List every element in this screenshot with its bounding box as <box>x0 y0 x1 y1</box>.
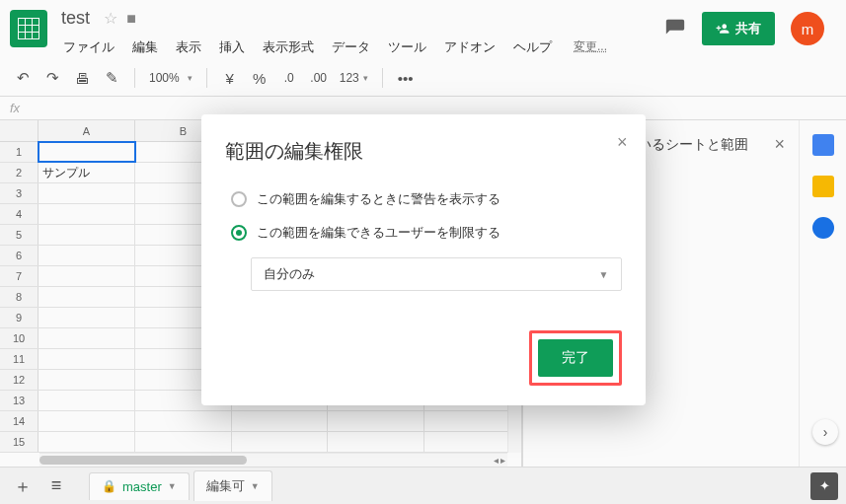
radio-checked-icon <box>231 225 247 241</box>
dialog-close-icon[interactable]: × <box>617 132 628 153</box>
option-label: この範囲を編集できるユーザーを制限する <box>257 224 500 242</box>
restrict-user-select[interactable]: 自分のみ ▼ <box>251 257 622 291</box>
done-button[interactable]: 完了 <box>538 339 613 377</box>
dialog-title: 範囲の編集権限 <box>225 138 622 165</box>
select-value: 自分のみ <box>264 265 315 283</box>
option-restrict-users[interactable]: この範囲を編集できるユーザーを制限する <box>225 216 622 250</box>
radio-icon <box>231 191 247 207</box>
option-label: この範囲を編集するときに警告を表示する <box>257 190 500 208</box>
range-permissions-dialog: 範囲の編集権限 × この範囲を編集するときに警告を表示する この範囲を編集できる… <box>201 114 646 405</box>
modal-backdrop: 範囲の編集権限 × この範囲を編集するときに警告を表示する この範囲を編集できる… <box>0 0 846 504</box>
chevron-down-icon: ▼ <box>599 269 609 280</box>
option-show-warning[interactable]: この範囲を編集するときに警告を表示する <box>225 182 622 216</box>
done-highlight: 完了 <box>529 330 622 386</box>
